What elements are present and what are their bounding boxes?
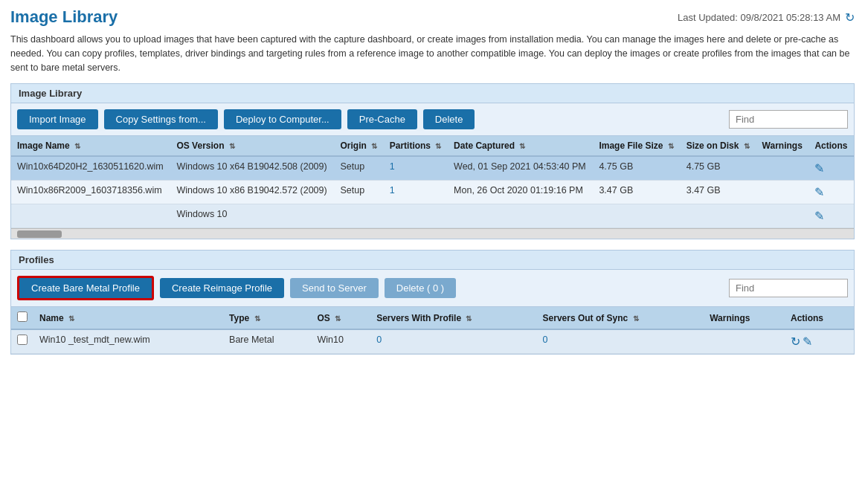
cell-warnings (756, 181, 809, 204)
cell-size-on-disk (681, 204, 756, 228)
cell-profile-name: Win10 _test_mdt_new.wim (33, 329, 223, 354)
last-updated-text: Last Updated: 09/8/2021 05:28:13 AM (678, 12, 840, 23)
image-library-toolbar: Import Image Copy Settings from... Deplo… (11, 103, 854, 136)
col-checkbox (11, 307, 33, 329)
cell-date-captured: Mon, 26 Oct 2020 01:19:16 PM (448, 181, 593, 204)
sort-origin-icon[interactable]: ⇅ (371, 142, 377, 150)
partitions-link[interactable]: 1 (390, 185, 395, 196)
select-all-checkbox[interactable] (17, 311, 28, 322)
col-warnings: Warnings (756, 136, 809, 156)
cell-origin: Setup (334, 156, 383, 181)
page-header: Image Library Last Updated: 09/8/2021 05… (10, 7, 855, 27)
cell-checkbox (11, 329, 33, 354)
cell-date-captured: Wed, 01 Sep 2021 04:53:40 PM (448, 156, 593, 181)
sync-icon[interactable]: ↻ (791, 335, 800, 348)
servers-out-of-sync-link[interactable]: 0 (543, 335, 548, 345)
table-row: Win10x86R2009_1603718356.wim Windows 10 … (11, 181, 854, 204)
edit-image-icon[interactable]: ✎ (814, 162, 824, 175)
sort-size-on-disk-icon[interactable]: ⇅ (744, 142, 750, 150)
profiles-toolbar: Create Bare Metal Profile Create Reimage… (11, 270, 854, 307)
edit-profile-icon[interactable]: ✎ (803, 335, 812, 348)
create-reimage-profile-button[interactable]: Create Reimage Profile (160, 278, 284, 298)
partitions-link[interactable]: 1 (390, 161, 395, 172)
col-profile-os: OS ⇅ (311, 307, 370, 329)
cell-image-name (11, 204, 170, 228)
image-library-panel: Image Library Import Image Copy Settings… (10, 83, 855, 239)
copy-settings-button[interactable]: Copy Settings from... (104, 109, 218, 129)
col-profile-actions: Actions (785, 307, 854, 329)
cell-profile-os: Win10 (311, 329, 370, 354)
table-row: Win10 _test_mdt_new.wim Bare Metal Win10… (11, 329, 854, 354)
edit-image-icon[interactable]: ✎ (814, 210, 824, 222)
sort-partitions-icon[interactable]: ⇅ (435, 142, 441, 150)
cell-os-version: Windows 10 x64 B19042.508 (2009) (170, 156, 334, 181)
image-library-table-header-row: Image Name ⇅ OS Version ⇅ Origin ⇅ Parti… (11, 136, 854, 156)
import-image-button[interactable]: Import Image (17, 109, 98, 129)
delete-profiles-button[interactable]: Delete ( 0 ) (385, 278, 456, 298)
image-library-panel-header: Image Library (11, 84, 854, 103)
col-origin: Origin ⇅ (334, 136, 383, 156)
sort-image-name-icon[interactable]: ⇅ (74, 142, 80, 150)
cell-partitions: 1 (384, 181, 448, 204)
page-title: Image Library (10, 7, 118, 27)
cell-warnings (756, 204, 809, 228)
edit-image-icon[interactable]: ✎ (814, 186, 824, 198)
profiles-table: Name ⇅ Type ⇅ OS ⇅ Servers With Profile … (11, 307, 854, 354)
profiles-table-wrapper: Name ⇅ Type ⇅ OS ⇅ Servers With Profile … (11, 307, 854, 354)
col-size-on-disk: Size on Disk ⇅ (681, 136, 756, 156)
table-row: Windows 10 ✎ (11, 204, 854, 228)
cell-partitions: 1 (384, 156, 448, 181)
col-actions: Actions (808, 136, 854, 156)
sort-profile-type-icon[interactable]: ⇅ (254, 314, 260, 323)
image-library-table-wrapper: Image Name ⇅ OS Version ⇅ Origin ⇅ Parti… (11, 136, 854, 228)
profiles-tbody: Win10 _test_mdt_new.wim Bare Metal Win10… (11, 329, 854, 354)
cell-os-version: Windows 10 x86 B19042.572 (2009) (170, 181, 334, 204)
refresh-icon[interactable]: ↻ (845, 10, 855, 25)
cell-image-name: Win10x86R2009_1603718356.wim (11, 181, 170, 204)
col-partitions: Partitions ⇅ (384, 136, 448, 156)
col-os-version: OS Version ⇅ (170, 136, 334, 156)
cell-profile-warnings (704, 329, 785, 354)
servers-with-profile-link[interactable]: 0 (376, 335, 382, 345)
image-library-tbody: Win10x64D20H2_1630511620.wim Windows 10 … (11, 156, 854, 228)
send-to-server-button[interactable]: Send to Server (290, 278, 379, 298)
image-library-table: Image Name ⇅ OS Version ⇅ Origin ⇅ Parti… (11, 136, 854, 228)
page-description: This dashboard allows you to upload imag… (10, 33, 855, 74)
sort-image-file-size-icon[interactable]: ⇅ (668, 142, 674, 150)
profiles-table-header-row: Name ⇅ Type ⇅ OS ⇅ Servers With Profile … (11, 307, 854, 329)
cell-profile-type: Bare Metal (223, 329, 311, 354)
cell-os-version: Windows 10 (170, 204, 334, 228)
delete-image-button[interactable]: Delete (423, 109, 475, 129)
create-bare-metal-profile-button[interactable]: Create Bare Metal Profile (17, 276, 154, 300)
image-library-hscroll-thumb (17, 230, 62, 238)
sort-profile-os-icon[interactable]: ⇅ (335, 314, 341, 323)
row-checkbox[interactable] (17, 335, 28, 345)
cell-servers-with-profile: 0 (370, 329, 536, 354)
col-image-name: Image Name ⇅ (11, 136, 170, 156)
cell-image-file-size: 4.75 GB (593, 156, 680, 181)
col-profile-warnings: Warnings (704, 307, 785, 329)
col-servers-out-of-sync: Servers Out of Sync ⇅ (537, 307, 704, 329)
cell-actions: ✎ (808, 204, 854, 228)
sort-servers-out-of-sync-icon[interactable]: ⇅ (633, 314, 639, 323)
col-image-file-size: Image File Size ⇅ (593, 136, 680, 156)
image-library-find-input[interactable] (729, 110, 848, 129)
pre-cache-button[interactable]: Pre-Cache (347, 109, 417, 129)
table-row: Win10x64D20H2_1630511620.wim Windows 10 … (11, 156, 854, 181)
col-profile-type: Type ⇅ (223, 307, 311, 329)
profiles-find-input[interactable] (729, 279, 848, 297)
col-date-captured: Date Captured ⇅ (448, 136, 593, 156)
cell-actions: ✎ (808, 181, 854, 204)
cell-origin (334, 204, 383, 228)
col-servers-with-profile: Servers With Profile ⇅ (370, 307, 536, 329)
sort-os-version-icon[interactable]: ⇅ (229, 142, 235, 150)
sort-profile-name-icon[interactable]: ⇅ (68, 314, 74, 323)
profiles-panel: Profiles Create Bare Metal Profile Creat… (10, 250, 855, 355)
cell-image-file-size (593, 204, 680, 228)
deploy-to-computer-button[interactable]: Deploy to Computer... (224, 109, 341, 129)
sort-date-captured-icon[interactable]: ⇅ (519, 142, 525, 150)
image-library-hscrollbar[interactable] (11, 228, 854, 239)
col-profile-name: Name ⇅ (33, 307, 223, 329)
sort-servers-with-profile-icon[interactable]: ⇅ (466, 314, 472, 323)
last-updated: Last Updated: 09/8/2021 05:28:13 AM ↻ (678, 10, 855, 25)
